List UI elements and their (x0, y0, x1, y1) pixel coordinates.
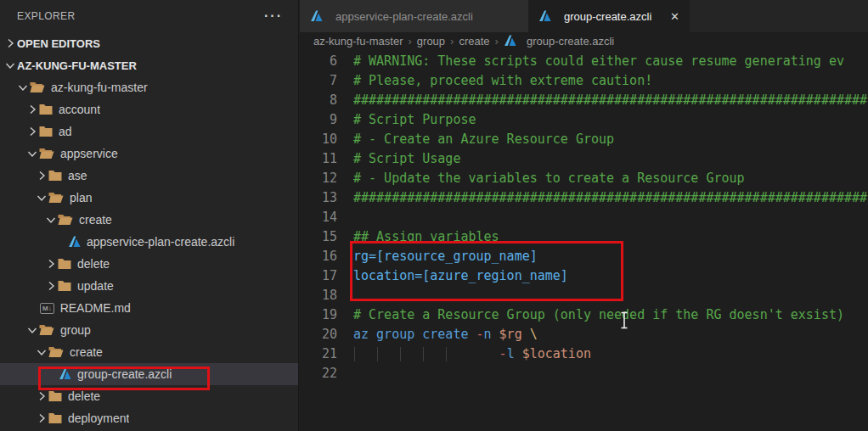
tree-item-group-create-azcli[interactable]: group-create.azcli (0, 363, 298, 385)
folder-closed-icon (39, 126, 53, 137)
breadcrumb-separator: › (408, 35, 411, 48)
chevron-right-icon (44, 280, 58, 292)
chevron-down-icon (44, 214, 58, 226)
folder-open-icon (48, 192, 64, 204)
azure-icon (538, 10, 551, 22)
folder-open-icon (39, 148, 54, 160)
line-number: 22 (300, 364, 337, 383)
line-text: # Script Usage (353, 149, 868, 169)
tree-item-appservice-plan-create-azcli[interactable]: appservice-plan-create.azcli (0, 231, 298, 253)
tree-item-label: deployment (68, 411, 129, 425)
line-text: ########################################… (353, 91, 868, 110)
mouse-cursor-ibeam (619, 311, 629, 333)
code-line-21: 21 -l $location (300, 344, 868, 364)
line-number: 11 (300, 149, 337, 169)
line-text: # - Update the variables to create a Res… (353, 169, 868, 188)
line-text: rg=[resource_group_name] (353, 247, 868, 266)
tree-item-readme-md[interactable]: M↓README.md (0, 297, 298, 319)
code-line-9: 9# Script Purpose (300, 110, 868, 130)
file-tree: OPEN EDITORSAZ-KUNG-FU-MASTERaz-kung-fu-… (0, 32, 298, 429)
line-text: ## Assign variables (353, 227, 868, 247)
tab-appservice-plan-create-azcli[interactable]: appservice-plan-create.azcli (300, 0, 528, 32)
tree-item-deployment[interactable]: deployment (0, 407, 298, 429)
tree-item-ad[interactable]: ad (0, 120, 298, 143)
line-text: ########################################… (353, 188, 868, 208)
folder-closed-icon (48, 412, 62, 424)
code-line-13: 13######################################… (300, 188, 868, 208)
code-line-22: 22 (300, 364, 868, 383)
code-line-6: 6# WARNING: These scripts could either c… (300, 52, 868, 71)
chevron-right-icon (35, 412, 48, 424)
tree-item-label: appservice-plan-create.azcli (87, 235, 234, 249)
tree-item-label: create (79, 213, 112, 227)
line-text: -l $location (353, 344, 868, 364)
line-text: az group create -n $rg \ (353, 325, 868, 344)
code-editor[interactable]: 6# WARNING: These scripts could either c… (300, 49, 868, 431)
tree-item-label: account (59, 103, 100, 116)
tree-item-label: AZ-KUNG-FU-MASTER (17, 59, 137, 72)
more-actions-icon[interactable]: ··· (264, 12, 283, 20)
line-number: 16 (300, 247, 337, 266)
explorer-sidebar: EXPLORER ··· OPEN EDITORSAZ-KUNG-FU-MAST… (0, 0, 299, 431)
tree-item-label: plan (70, 191, 92, 204)
tree-item-az-kung-fu-master[interactable]: az-kung-fu-master (0, 76, 298, 98)
tab-label: group-create.azcli (564, 10, 651, 23)
tree-item-label: OPEN EDITORS (17, 37, 100, 50)
chevron-down-icon (25, 148, 39, 160)
breadcrumb-item-az-kung-fu-master[interactable]: az-kung-fu-master (313, 35, 403, 48)
line-text: # Create a Resource Group (only needed i… (353, 305, 868, 325)
tree-item-label: group (60, 323, 91, 337)
line-text (353, 286, 868, 305)
tree-section-az-kung-fu-master[interactable]: AZ-KUNG-FU-MASTER (0, 54, 298, 76)
breadcrumb-item-group-create-azcli[interactable]: group-create.azcli (504, 35, 614, 48)
breadcrumb-item-group[interactable]: group (417, 35, 445, 48)
code-line-14: 14 (300, 208, 868, 227)
breadcrumb-item-create[interactable]: create (459, 35, 489, 48)
line-number: 9 (300, 110, 337, 130)
indent-guide (423, 347, 424, 361)
breadcrumb: az-kung-fu-master›group›create›group-cre… (300, 32, 868, 49)
tree-item-create[interactable]: create (0, 209, 298, 231)
breadcrumb-separator: › (450, 35, 454, 48)
chevron-right-icon (25, 104, 39, 115)
indent-guide (377, 347, 378, 361)
azure-icon (59, 368, 71, 380)
azure-icon (68, 236, 81, 248)
tree-section-open-editors[interactable]: OPEN EDITORS (0, 32, 298, 54)
line-number: 20 (300, 325, 337, 344)
code-line-17: 17location=[azure_region_name] (300, 266, 868, 286)
tree-item-label: az-kung-fu-master (51, 81, 148, 94)
code-line-7: 7# Please, proceed with extreme caution! (300, 71, 868, 91)
azure-icon (504, 35, 516, 47)
tree-item-plan[interactable]: plan (0, 187, 298, 209)
line-text: # Script Purpose (353, 110, 868, 130)
tree-item-create[interactable]: create (0, 341, 298, 363)
folder-closed-icon (58, 280, 71, 292)
line-number: 13 (300, 188, 337, 208)
code-line-16: 16rg=[resource_group_name] (300, 247, 868, 266)
code-line-18: 18 (300, 286, 868, 305)
tree-item-label: delete (77, 257, 110, 271)
tree-item-delete[interactable]: delete (0, 385, 298, 407)
tree-item-label: ad (59, 125, 72, 138)
line-number: 18 (300, 286, 337, 305)
tree-item-account[interactable]: account (0, 98, 298, 120)
tree-item-ase[interactable]: ase (0, 165, 298, 187)
folder-open-icon (48, 346, 64, 358)
tree-item-group[interactable]: group (0, 319, 298, 341)
line-number: 21 (300, 344, 337, 364)
line-text: # WARNING: These scripts could either ca… (353, 52, 868, 71)
code-line-11: 11# Script Usage (300, 149, 868, 169)
tab-group-create-azcli[interactable]: group-create.azcli✕ (528, 0, 690, 32)
close-icon[interactable]: ✕ (670, 10, 679, 23)
tree-item-appservice[interactable]: appservice (0, 143, 298, 165)
chevron-down-icon (35, 192, 48, 204)
tree-item-label: update (77, 279, 114, 293)
tree-item-delete[interactable]: delete (0, 253, 298, 275)
line-number: 7 (300, 71, 337, 91)
line-number: 17 (300, 266, 337, 286)
line-text: # - Create an Azure Resource Group (353, 130, 868, 149)
folder-open-icon (39, 324, 54, 336)
tree-item-update[interactable]: update (0, 275, 298, 297)
line-text: # Please, proceed with extreme caution! (353, 71, 868, 91)
